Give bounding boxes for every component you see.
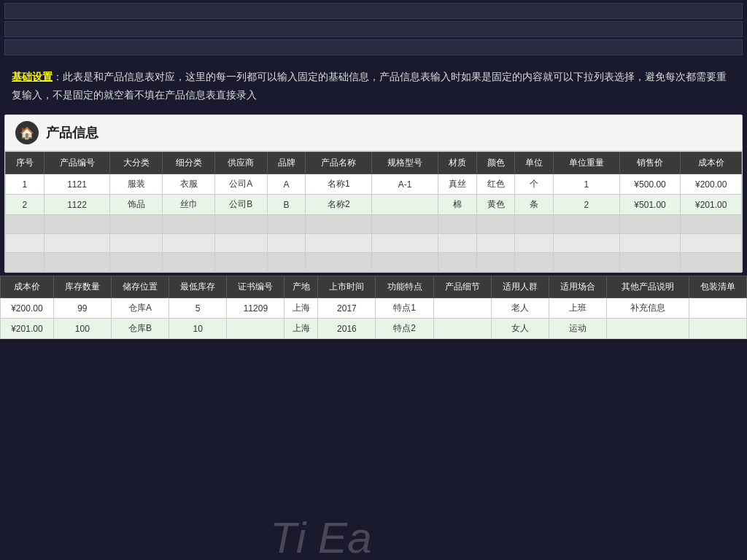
col-material: 材质 [438, 152, 477, 174]
b-package-2[interactable] [689, 319, 746, 339]
b-cost-2[interactable]: ¥201.00 [1, 319, 54, 339]
dark-row-3 [4, 39, 743, 55]
cell-weight-2[interactable]: 2 [553, 195, 619, 215]
b-features-1[interactable]: 特点1 [376, 298, 433, 319]
table-row-empty [6, 234, 742, 253]
cell-color-2[interactable]: 黄色 [476, 195, 515, 215]
bottom-table-row: ¥201.00 100 仓库B 10 上海 2016 特点2 女人 运动 [1, 319, 747, 339]
cell-category-2[interactable]: 饰品 [110, 195, 163, 215]
col-category: 大分类 [110, 152, 163, 174]
description-text: 此表是和产品信息表对应，这里的每一列都可以输入固定的基础信息，产品信息表输入时如… [12, 71, 727, 101]
b-storage-1[interactable]: 仓库A [111, 298, 169, 319]
b-min-stock-2[interactable]: 10 [169, 319, 227, 339]
ti-ea-watermark: Ti Ea [270, 516, 372, 560]
cell-sale-price-1[interactable]: ¥500.00 [619, 174, 681, 195]
product-section: 🏠 产品信息 序号 产品编号 大分类 细分类 供应商 品牌 产品名称 规格型号 … [4, 114, 743, 273]
b-details-2[interactable] [433, 319, 491, 339]
cell-name-1[interactable]: 名称1 [306, 174, 372, 195]
col-sub-category: 细分类 [163, 152, 215, 174]
cell-sub-category-1[interactable]: 衣服 [163, 174, 215, 195]
cell-material-1[interactable]: 真丝 [438, 174, 477, 195]
b-col-stock: 库存数量 [53, 276, 111, 298]
b-details-1[interactable] [433, 298, 491, 319]
cell-product-no-2[interactable]: 1122 [44, 195, 110, 215]
cell-sale-price-2[interactable]: ¥501.00 [619, 195, 681, 215]
cell-color-1[interactable]: 红色 [476, 174, 515, 195]
cell-weight-1[interactable]: 1 [553, 174, 619, 195]
b-col-package: 包装清单 [689, 276, 746, 298]
col-color: 颜色 [476, 152, 515, 174]
b-users-2[interactable]: 女人 [491, 319, 549, 339]
col-sale-price: 销售价 [619, 152, 681, 174]
colon: ： [53, 71, 63, 82]
product-table: 序号 产品编号 大分类 细分类 供应商 品牌 产品名称 规格型号 材质 颜色 单… [5, 152, 742, 272]
b-cert-1[interactable]: 11209 [227, 298, 285, 319]
col-spec: 规格型号 [372, 152, 438, 174]
col-brand: 品牌 [267, 152, 306, 174]
b-col-origin: 产地 [285, 276, 318, 298]
cell-cost-price-1[interactable]: ¥200.00 [681, 174, 742, 195]
table-row-empty [6, 215, 742, 234]
b-col-features: 功能特点 [376, 276, 433, 298]
b-origin-1[interactable]: 上海 [285, 298, 318, 319]
b-features-2[interactable]: 特点2 [376, 319, 433, 339]
highlight-text: 基础设置 [12, 71, 53, 82]
dark-row-2 [4, 21, 743, 37]
cell-unit-2[interactable]: 条 [515, 195, 554, 215]
cell-cost-price-2[interactable]: ¥201.00 [681, 195, 742, 215]
bottom-header-row: 成本价 库存数量 储存位置 最低库存 证书编号 产地 上市时间 功能特点 产品细… [1, 276, 747, 298]
b-launch-2[interactable]: 2016 [318, 319, 376, 339]
table-row: 1 1121 服装 衣服 公司A A 名称1 A-1 真丝 红色 个 1 ¥50… [6, 174, 742, 195]
page-wrapper: 基础设置：此表是和产品信息表对应，这里的每一列都可以输入固定的基础信息，产品信息… [0, 0, 747, 560]
cell-spec-2[interactable] [372, 195, 438, 215]
col-weight: 单位重量 [553, 152, 619, 174]
cell-supplier-1[interactable]: 公司A [214, 174, 267, 195]
cell-brand-1[interactable]: A [267, 174, 306, 195]
b-users-1[interactable]: 老人 [491, 298, 549, 319]
b-launch-1[interactable]: 2017 [318, 298, 376, 319]
table-row-empty [6, 253, 742, 272]
cell-product-no-1[interactable]: 1121 [44, 174, 110, 195]
b-col-launch: 上市时间 [318, 276, 376, 298]
b-min-stock-1[interactable]: 5 [169, 298, 227, 319]
cell-unit-1[interactable]: 个 [515, 174, 554, 195]
cell-brand-2[interactable]: B [267, 195, 306, 215]
col-cost-price: 成本价 [681, 152, 742, 174]
description-block: 基础设置：此表是和产品信息表对应，这里的每一列都可以输入固定的基础信息，产品信息… [0, 61, 747, 114]
b-occasion-1[interactable]: 上班 [549, 298, 607, 319]
table-header-row: 序号 产品编号 大分类 细分类 供应商 品牌 产品名称 规格型号 材质 颜色 单… [6, 152, 742, 174]
cell-sub-category-2[interactable]: 丝巾 [163, 195, 215, 215]
col-name: 产品名称 [306, 152, 372, 174]
cell-seq-2[interactable]: 2 [6, 195, 44, 215]
b-col-cost: 成本价 [1, 276, 54, 298]
col-seq: 序号 [6, 152, 44, 174]
b-col-occasion: 适用场合 [549, 276, 607, 298]
b-cert-2[interactable] [227, 319, 285, 339]
b-occasion-2[interactable]: 运动 [549, 319, 607, 339]
cell-category-1[interactable]: 服装 [110, 174, 163, 195]
b-stock-1[interactable]: 99 [53, 298, 111, 319]
bottom-section: 成本价 库存数量 储存位置 最低库存 证书编号 产地 上市时间 功能特点 产品细… [0, 276, 747, 339]
cell-material-2[interactable]: 棉 [438, 195, 477, 215]
cell-name-2[interactable]: 名称2 [306, 195, 372, 215]
b-other-2[interactable] [607, 319, 689, 339]
bottom-table: 成本价 库存数量 储存位置 最低库存 证书编号 产地 上市时间 功能特点 产品细… [0, 276, 747, 339]
section-header: 🏠 产品信息 [5, 115, 742, 152]
b-col-storage: 储存位置 [111, 276, 169, 298]
b-package-1[interactable] [689, 298, 746, 319]
b-cost-1[interactable]: ¥200.00 [1, 298, 54, 319]
b-storage-2[interactable]: 仓库B [111, 319, 169, 339]
cell-seq-1[interactable]: 1 [6, 174, 44, 195]
b-stock-2[interactable]: 100 [53, 319, 111, 339]
section-title: 产品信息 [46, 124, 98, 141]
cell-supplier-2[interactable]: 公司B [214, 195, 267, 215]
b-origin-2[interactable]: 上海 [285, 319, 318, 339]
b-other-1[interactable]: 补充信息 [607, 298, 689, 319]
home-icon: 🏠 [15, 121, 39, 144]
table-row: 2 1122 饰品 丝巾 公司B B 名称2 棉 黄色 条 2 ¥501.00 … [6, 195, 742, 215]
bottom-table-row: ¥200.00 99 仓库A 5 11209 上海 2017 特点1 老人 上班… [1, 298, 747, 319]
col-product-no: 产品编号 [44, 152, 110, 174]
b-col-other: 其他产品说明 [607, 276, 689, 298]
b-col-min-stock: 最低库存 [169, 276, 227, 298]
cell-spec-1[interactable]: A-1 [372, 174, 438, 195]
